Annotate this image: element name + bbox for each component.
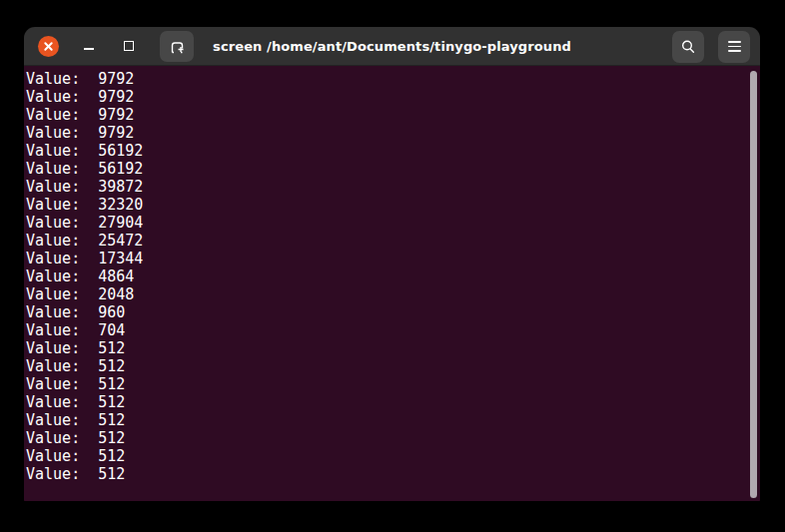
terminal-line: Value: 27904: [26, 214, 746, 232]
search-icon: [680, 39, 696, 55]
minimize-button[interactable]: [84, 27, 94, 66]
terminal-line: Value: 512: [26, 375, 746, 393]
terminal-line: Value: 512: [26, 411, 746, 429]
terminal-line: Value: 39872: [26, 178, 746, 196]
terminal-line: Value: 4864: [26, 267, 746, 285]
terminal-line: Value: 9792: [26, 106, 746, 124]
terminal-line: Value: 512: [26, 465, 746, 483]
search-button[interactable]: [672, 31, 704, 63]
titlebar: screen /home/ant/Documents/tinygo-playgr…: [24, 27, 760, 66]
terminal-line: Value: 17344: [26, 250, 746, 267]
terminal-line: Value: 2048: [26, 285, 746, 303]
terminal-line: Value: 512: [26, 357, 746, 375]
terminal-line: Value: 9792: [26, 124, 746, 142]
close-button[interactable]: [38, 36, 59, 57]
terminal-line: Value: 9792: [26, 70, 746, 88]
terminal-line: Value: 512: [26, 393, 746, 411]
maximize-button[interactable]: [123, 27, 135, 66]
maximize-icon: [124, 41, 134, 51]
terminal-line: Value: 512: [26, 339, 746, 357]
terminal-screen[interactable]: Value: 9792Value: 9792Value: 9792Value: …: [24, 66, 760, 501]
menu-button[interactable]: [718, 31, 750, 63]
hamburger-menu-icon: [728, 41, 741, 52]
minimize-icon: [84, 48, 94, 50]
terminal-window: screen /home/ant/Documents/tinygo-playgr…: [24, 27, 760, 502]
terminal-output: Value: 9792Value: 9792Value: 9792Value: …: [26, 70, 746, 483]
terminal-line: Value: 960: [26, 303, 746, 321]
terminal-line: Value: 25472: [26, 232, 746, 250]
terminal-line: Value: 32320: [26, 196, 746, 214]
terminal-line: Value: 56192: [26, 160, 746, 178]
close-icon: [43, 41, 54, 52]
terminal-line: Value: 512: [26, 429, 746, 447]
scrollbar-thumb[interactable]: [750, 71, 757, 498]
new-tab-icon: [169, 39, 186, 55]
terminal-line: Value: 9792: [26, 88, 746, 106]
terminal-line: Value: 56192: [26, 142, 746, 160]
terminal-line: Value: 512: [26, 447, 746, 465]
new-tab-button[interactable]: [160, 31, 194, 62]
terminal-line: Value: 704: [26, 321, 746, 339]
